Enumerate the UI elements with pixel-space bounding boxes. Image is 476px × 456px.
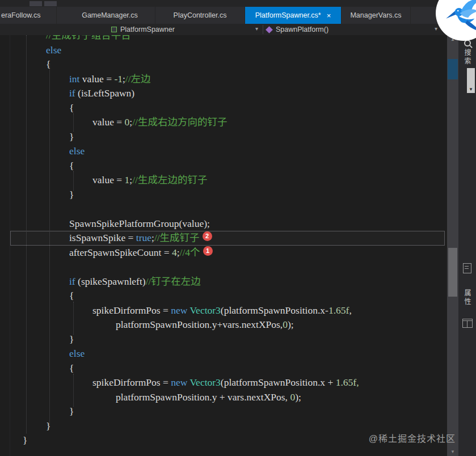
titlebar-fragment-box xyxy=(30,1,42,6)
document-tab-bar: eraFollow.cs GameManager.cs PlayControll… xyxy=(0,7,476,24)
code-line: afterSpawnSpikeCount = 4;//4个1 xyxy=(0,246,447,260)
code-line: } xyxy=(0,332,447,347)
tab-label: eraFollow.cs xyxy=(1,11,40,19)
code-token: Vector3 xyxy=(189,305,220,316)
code-token: { xyxy=(69,102,74,113)
code-token: 4 xyxy=(172,247,177,258)
code-token: spikeDirformPos = xyxy=(92,305,171,316)
code-line: else xyxy=(0,144,447,159)
code-token: else xyxy=(69,145,85,157)
search-panel-tab[interactable]: 搜索 xyxy=(458,40,476,66)
code-token: } xyxy=(69,406,74,417)
code-token: -1 xyxy=(114,73,123,85)
annotation-badge: 2 xyxy=(203,231,212,241)
code-line: if (spikeSpawnleft)//钉子在左边 xyxy=(0,275,447,289)
tab-gamemanager[interactable]: GameManager.cs xyxy=(65,7,155,24)
code-token: } xyxy=(69,131,74,142)
code-token: //生成右边方向的钉子 xyxy=(132,116,227,128)
scroll-down-icon[interactable]: ▼ xyxy=(447,449,458,454)
chevron-down-icon[interactable]: ▾ xyxy=(435,26,437,32)
tab-label: GameManager.cs xyxy=(82,11,138,19)
code-token: 0 xyxy=(283,319,288,330)
tab-managervars[interactable]: ManagerVars.cs xyxy=(342,7,411,24)
scrollbar-thumb[interactable] xyxy=(448,248,457,297)
code-token: if xyxy=(69,276,78,287)
code-token: } xyxy=(69,333,74,345)
code-token: value = xyxy=(92,116,125,128)
code-token: ; xyxy=(151,232,154,243)
code-line: } xyxy=(0,404,447,419)
document-outline-icon[interactable] xyxy=(463,263,471,273)
code-token: (isLeftSpawn) xyxy=(78,87,134,99)
code-token: , xyxy=(349,305,351,316)
code-line: int value = -1;//左边 xyxy=(0,72,447,87)
titlebar-fragment-box xyxy=(44,1,57,6)
code-token: spikeDirformPos = xyxy=(92,377,171,388)
code-line xyxy=(0,202,447,217)
class-dropdown[interactable]: PlatformSpawner xyxy=(111,24,175,35)
code-line: { xyxy=(0,361,447,376)
breadcrumb-divider xyxy=(263,25,263,34)
scrollbar-caret-marker xyxy=(448,59,458,79)
panel-dropdown-button[interactable]: ▾ xyxy=(467,68,475,93)
code-line: { xyxy=(0,289,447,303)
class-icon xyxy=(111,27,117,32)
code-line: { xyxy=(0,101,447,116)
watermark-text: @稀土掘金技术社区 xyxy=(369,431,456,445)
code-line: } xyxy=(0,188,447,202)
code-token: else xyxy=(69,348,85,359)
code-token: afterSpawnSpikeCount = xyxy=(69,247,172,258)
code-token: 1.65f xyxy=(328,305,349,316)
properties-panel-tab[interactable]: 属性 xyxy=(458,289,476,306)
code-token: } xyxy=(23,434,27,446)
properties-panel-label: 属性 xyxy=(462,289,472,306)
method-dropdown[interactable]: SpawnPlatform() xyxy=(267,24,328,35)
tab-platformspawner-active[interactable]: PlatformSpawner.cs* × xyxy=(245,7,342,24)
code-token: isSpawnSpike = xyxy=(69,232,136,243)
annotation-badge: 1 xyxy=(203,246,213,256)
navigation-bar: PlatformSpawner ▾ SpawnPlatform() ▾ xyxy=(0,24,447,35)
tab-playcontroller[interactable]: PlayController.cs xyxy=(155,7,245,24)
code-token: { xyxy=(69,362,74,374)
code-line: SpawnSpikePlatformGroup(value); xyxy=(0,217,447,231)
code-token: (platformSpawnPosition.x- xyxy=(221,305,328,316)
code-token: //左边 xyxy=(125,73,151,85)
search-panel-label: 搜索 xyxy=(462,49,472,66)
window-layout-icon[interactable] xyxy=(462,319,473,328)
method-dropdown-label: SpawnPlatform() xyxy=(276,26,328,33)
method-icon xyxy=(266,26,273,33)
code-token: value = xyxy=(92,174,125,185)
code-token: new xyxy=(171,377,189,388)
tab-label: ManagerVars.cs xyxy=(350,11,401,19)
chevron-down-icon[interactable]: ▾ xyxy=(255,26,258,32)
code-line: { xyxy=(0,57,447,72)
code-token: value = xyxy=(82,73,115,85)
ide-window: eraFollow.cs GameManager.cs PlayControll… xyxy=(0,0,476,456)
code-line: value = 1;//生成左边的钉子 xyxy=(0,173,447,188)
code-line: //生成钉子组合平台 xyxy=(0,35,447,43)
code-line: { xyxy=(0,159,447,174)
code-token: //生成钉子组合平台 xyxy=(46,35,131,41)
code-editor[interactable]: //生成钉子组合平台else{int value = -1;//左边if (is… xyxy=(0,35,447,456)
code-token: { xyxy=(46,58,50,70)
code-token: 0 xyxy=(290,391,295,403)
bird-logo-icon xyxy=(441,0,476,35)
code-token: if xyxy=(69,87,78,99)
code-line: platformSpawnPosition.y+vars.nextXPos,0)… xyxy=(0,318,447,332)
tab-close-icon[interactable]: × xyxy=(327,11,331,20)
code-token: new xyxy=(171,305,189,316)
tab-camerafollow[interactable]: eraFollow.cs xyxy=(0,7,57,24)
code-token: (platformSpawnPosition.x + xyxy=(221,377,336,388)
code-token: { xyxy=(69,290,74,301)
code-token: { xyxy=(69,160,74,171)
titlebar-fragment xyxy=(0,0,476,7)
code-token: //4个 xyxy=(180,247,200,258)
code-token: platformSpawnPosition.y + vars.nextXPos, xyxy=(116,391,290,403)
vertical-scrollbar[interactable]: ▲ ▼ xyxy=(447,35,458,456)
code-line: else xyxy=(0,43,447,58)
code-lines: //生成钉子组合平台else{int value = -1;//左边if (is… xyxy=(0,35,447,448)
code-token: int xyxy=(69,73,82,85)
code-line: isSpawnSpike = true;//生成钉子2 xyxy=(0,231,447,246)
code-token: Vector3 xyxy=(189,377,220,388)
code-line: if (isLeftSpawn) xyxy=(0,86,447,101)
